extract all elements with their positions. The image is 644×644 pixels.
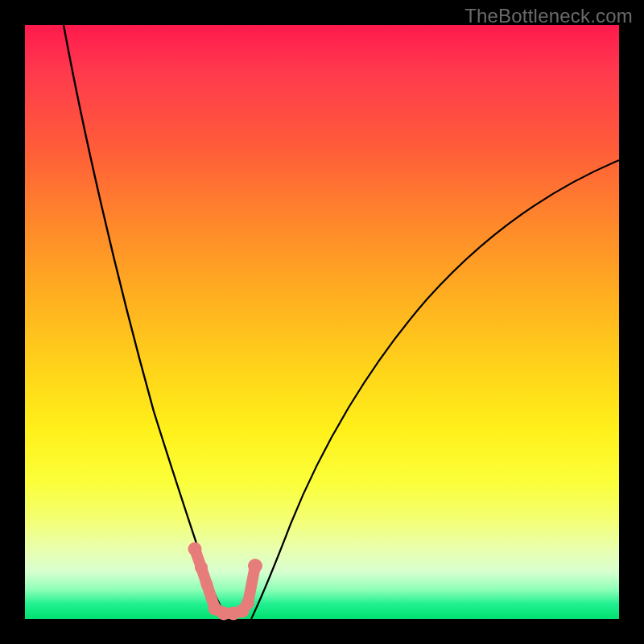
watermark-text: TheBottleneck.com: [464, 5, 633, 27]
left-curve: [64, 25, 229, 619]
svg-point-7: [242, 597, 254, 609]
markers-trough: [188, 543, 263, 621]
svg-point-2: [201, 579, 213, 591]
svg-point-0: [188, 543, 202, 556]
svg-point-1: [195, 561, 208, 574]
chart-svg: [25, 25, 619, 619]
right-curve: [251, 160, 619, 619]
chart-frame: TheBottleneck.com: [0, 0, 644, 644]
plot-area: [25, 25, 619, 619]
svg-point-8: [248, 559, 262, 573]
